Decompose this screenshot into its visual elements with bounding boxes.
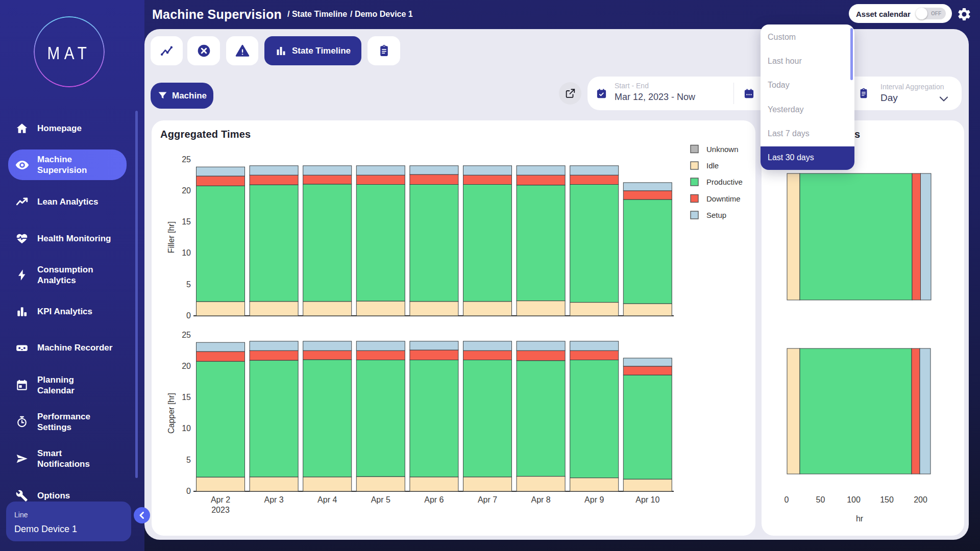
svg-text:10: 10 <box>182 424 191 433</box>
svg-text:5: 5 <box>186 280 191 289</box>
svg-text:Apr 7: Apr 7 <box>478 495 497 504</box>
svg-text:Apr 8: Apr 8 <box>531 495 550 504</box>
svg-text:10: 10 <box>182 248 191 257</box>
svg-text:Apr 3: Apr 3 <box>264 495 283 504</box>
svg-text:0: 0 <box>186 311 191 320</box>
svg-text:100: 100 <box>847 495 861 504</box>
svg-text:15: 15 <box>182 217 191 226</box>
svg-text:50: 50 <box>816 495 825 504</box>
svg-text:5: 5 <box>186 456 191 464</box>
svg-text:Apr 9: Apr 9 <box>584 495 604 504</box>
svg-text:Setup: Setup <box>706 211 726 219</box>
svg-text:20: 20 <box>182 362 191 370</box>
svg-text:Downtime: Downtime <box>706 194 741 203</box>
svg-text:20: 20 <box>182 186 191 195</box>
svg-text:Apr 10: Apr 10 <box>635 495 659 504</box>
svg-text:25: 25 <box>182 155 191 164</box>
svg-text:Apr 6: Apr 6 <box>424 495 444 504</box>
svg-text:Apr 5: Apr 5 <box>371 495 390 504</box>
svg-text:0: 0 <box>785 495 789 504</box>
svg-text:150: 150 <box>880 495 894 504</box>
svg-text:200: 200 <box>914 495 927 504</box>
svg-text:hr: hr <box>856 514 864 523</box>
svg-text:Idle: Idle <box>706 161 719 170</box>
svg-text:Apr 4: Apr 4 <box>317 495 337 504</box>
svg-text:Unknown: Unknown <box>706 145 739 154</box>
svg-text:Filler [hr]: Filler [hr] <box>167 221 176 253</box>
svg-text:Capper [hr]: Capper [hr] <box>167 393 176 434</box>
svg-text:25: 25 <box>182 331 191 339</box>
svg-text:Apr 2: Apr 2 <box>211 495 230 504</box>
svg-text:15: 15 <box>182 393 191 402</box>
svg-text:0: 0 <box>186 487 191 495</box>
svg-text:2023: 2023 <box>211 506 230 514</box>
svg-text:Productive: Productive <box>706 178 743 186</box>
